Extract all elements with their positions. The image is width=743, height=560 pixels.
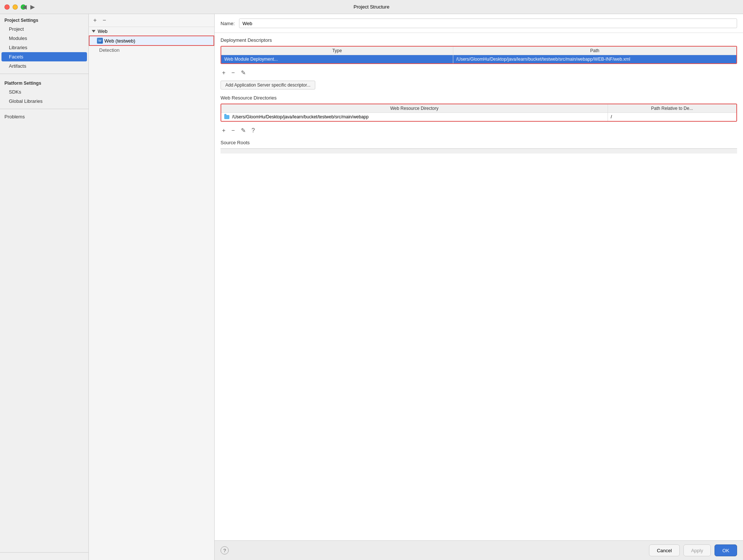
sidebar-item-modules[interactable]: Modules bbox=[0, 34, 88, 43]
module-panel: + − Web W Web (testweb) Detection bbox=[89, 14, 215, 560]
table-row[interactable]: Web Module Deployment... /Users/GloomHu/… bbox=[221, 55, 736, 64]
folder-icon bbox=[224, 115, 229, 119]
sidebar-item-project[interactable]: Project bbox=[0, 24, 88, 34]
relative-path-header: Path Relative to De... bbox=[608, 104, 736, 113]
module-toolbar: + − bbox=[89, 14, 214, 27]
table-cell-path: /Users/GloomHu/Desktop/java/learn/bucket… bbox=[453, 55, 736, 64]
resource-dir-table-container: Web Resource Directory Path Relative to … bbox=[221, 104, 737, 122]
deployment-table-toolbar: + − ✎ bbox=[221, 67, 737, 78]
web-testweb-label: Web (testweb) bbox=[104, 38, 135, 44]
source-roots-section: Source Roots bbox=[221, 140, 737, 154]
tree-item-detection[interactable]: Detection bbox=[89, 46, 214, 54]
sidebar-divider bbox=[0, 74, 88, 74]
add-app-server-descriptor-button[interactable]: Add Application Server specific descript… bbox=[221, 81, 315, 90]
sidebar-divider-2 bbox=[0, 109, 88, 109]
expand-icon bbox=[92, 30, 95, 33]
sidebar-help bbox=[0, 552, 88, 560]
help-resource-dir-button[interactable]: ? bbox=[250, 126, 256, 135]
ok-button[interactable]: OK bbox=[715, 544, 737, 556]
name-label: Name: bbox=[221, 21, 235, 26]
source-roots-scrollbar bbox=[221, 148, 737, 154]
title-bar: ◀ ▶ Project Structure bbox=[0, 0, 743, 14]
cancel-button[interactable]: Cancel bbox=[649, 544, 679, 556]
web-module-icon: W bbox=[97, 38, 103, 44]
minimize-button[interactable] bbox=[13, 4, 18, 10]
sidebar-item-facets[interactable]: Facets bbox=[1, 52, 87, 61]
apply-button[interactable]: Apply bbox=[683, 544, 711, 556]
content-body: Deployment Descriptors Type Path Web Mod… bbox=[215, 33, 743, 540]
help-icon[interactable]: ? bbox=[221, 546, 229, 554]
add-module-button[interactable]: + bbox=[92, 16, 98, 24]
name-input[interactable] bbox=[239, 18, 737, 28]
forward-arrow-icon[interactable]: ▶ bbox=[30, 3, 35, 10]
tree-item-web-testweb[interactable]: W Web (testweb) bbox=[89, 36, 214, 46]
sidebar-item-libraries[interactable]: Libraries bbox=[0, 43, 88, 52]
main-layout: Project Settings Project Modules Librari… bbox=[0, 14, 743, 560]
sidebar-item-artifacts[interactable]: Artifacts bbox=[0, 61, 88, 71]
web-resource-dir-title: Web Resource Directories bbox=[221, 95, 737, 101]
platform-settings-label: Platform Settings bbox=[0, 77, 88, 87]
content-header: Name: bbox=[215, 14, 743, 33]
deployment-table-container: Type Path Web Module Deployment... /User… bbox=[221, 46, 737, 64]
resource-dir-header: Web Resource Directory bbox=[221, 104, 608, 113]
relative-path-cell: / bbox=[608, 113, 736, 121]
table-cell-type: Web Module Deployment... bbox=[221, 55, 453, 64]
sidebar: Project Settings Project Modules Librari… bbox=[0, 14, 89, 560]
back-arrow-icon[interactable]: ◀ bbox=[22, 3, 27, 10]
sidebar-item-problems[interactable]: Problems bbox=[0, 112, 88, 121]
footer: ? Cancel Apply OK bbox=[215, 540, 743, 560]
remove-module-button[interactable]: − bbox=[101, 16, 107, 24]
remove-descriptor-row-button[interactable]: − bbox=[230, 69, 236, 77]
add-resource-dir-button[interactable]: + bbox=[221, 126, 227, 135]
resource-dir-cell: /Users/GloomHu/Desktop/java/learn/bucket… bbox=[221, 113, 608, 121]
type-column-header: Type bbox=[221, 47, 453, 55]
resource-table-row[interactable]: /Users/GloomHu/Desktop/java/learn/bucket… bbox=[221, 113, 736, 121]
deployment-descriptors-title: Deployment Descriptors bbox=[221, 37, 737, 43]
source-roots-title: Source Roots bbox=[221, 140, 737, 145]
tree-item-web[interactable]: Web bbox=[89, 27, 214, 36]
path-column-header: Path bbox=[453, 47, 736, 55]
remove-resource-dir-button[interactable]: − bbox=[230, 126, 236, 135]
navigation-arrows: ◀ ▶ bbox=[22, 3, 35, 10]
project-settings-label: Project Settings bbox=[0, 14, 88, 24]
close-button[interactable] bbox=[4, 4, 10, 10]
edit-resource-dir-button[interactable]: ✎ bbox=[239, 126, 247, 135]
deployment-table: Type Path Web Module Deployment... /User… bbox=[221, 47, 736, 63]
resource-dir-toolbar: + − ✎ ? bbox=[221, 125, 737, 136]
edit-descriptor-row-button[interactable]: ✎ bbox=[239, 68, 247, 77]
add-descriptor-row-button[interactable]: + bbox=[221, 69, 227, 77]
content-area: Name: Deployment Descriptors Type Path bbox=[215, 14, 743, 560]
window-title: Project Structure bbox=[354, 4, 390, 10]
sidebar-item-global-libraries[interactable]: Global Libraries bbox=[0, 97, 88, 106]
sidebar-item-sdks[interactable]: SDKs bbox=[0, 87, 88, 97]
resource-table: Web Resource Directory Path Relative to … bbox=[221, 104, 736, 121]
web-label: Web bbox=[98, 28, 108, 34]
